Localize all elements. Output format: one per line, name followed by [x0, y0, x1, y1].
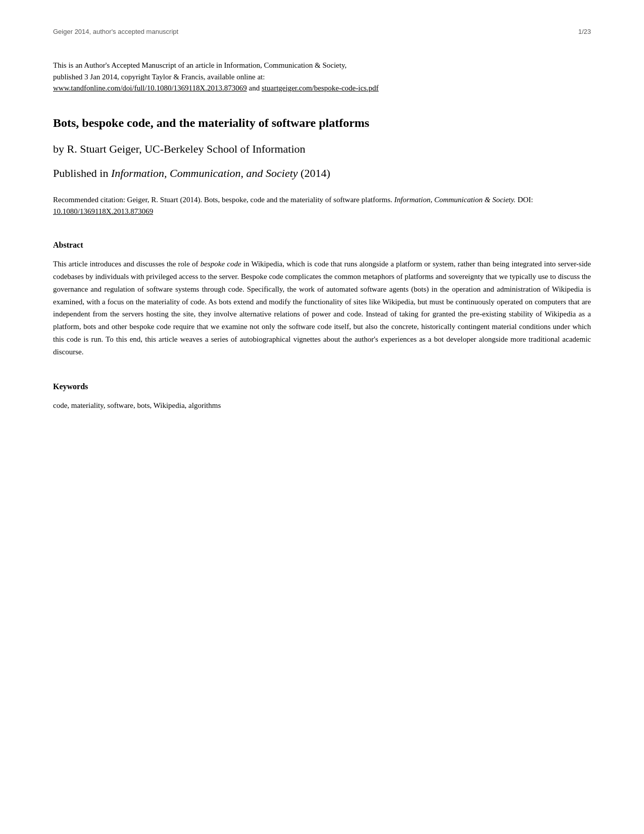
preamble: This is an Author's Accepted Manuscript …: [53, 60, 591, 94]
preamble-and: and: [249, 84, 262, 92]
published-prefix: Published in: [53, 167, 111, 179]
citation-doi-label: DOI:: [516, 196, 533, 204]
abstract-body: in Wikipedia, which is code that runs al…: [53, 260, 591, 355]
keywords-text: code, materiality, software, bots, Wikip…: [53, 399, 591, 411]
citation-doi-link[interactable]: 10.1080/1369118X.2013.873069: [53, 207, 153, 215]
pdf-link[interactable]: stuartgeiger.com/bespoke-code-ics.pdf: [262, 84, 379, 92]
abstract-title: Abstract: [53, 241, 591, 250]
preamble-line1: This is an Author's Accepted Manuscript …: [53, 61, 346, 69]
citation-text: Recommended citation: Geiger, R. Stuart …: [53, 196, 394, 204]
author-line: by R. Stuart Geiger, UC-Berkeley School …: [53, 142, 591, 157]
abstract-bespoke-italic: bespoke code: [201, 260, 241, 268]
header-right-text: 1/23: [578, 28, 591, 35]
page: Geiger 2014, author's accepted manuscrip…: [0, 0, 644, 834]
preamble-line2: published 3 Jan 2014, copyright Taylor &…: [53, 73, 265, 81]
published-line: Published in Information, Communication,…: [53, 166, 591, 181]
keywords-title: Keywords: [53, 382, 591, 391]
abstract-text: This article introduces and discusses th…: [53, 258, 591, 358]
citation-journal: Information, Communication & Society.: [394, 196, 515, 204]
abstract-intro: This article introduces and discusses th…: [53, 260, 201, 268]
header: Geiger 2014, author's accepted manuscrip…: [53, 28, 591, 35]
main-title: Bots, bespoke code, and the materiality …: [53, 115, 591, 131]
published-year: (2014): [298, 167, 330, 179]
citation-block: Recommended citation: Geiger, R. Stuart …: [53, 194, 591, 218]
published-journal: Information, Communication, and Society: [111, 167, 298, 179]
header-left-text: Geiger 2014, author's accepted manuscrip…: [53, 28, 178, 35]
doi-link[interactable]: www.tandfonline.com/doi/full/10.1080/136…: [53, 84, 247, 92]
